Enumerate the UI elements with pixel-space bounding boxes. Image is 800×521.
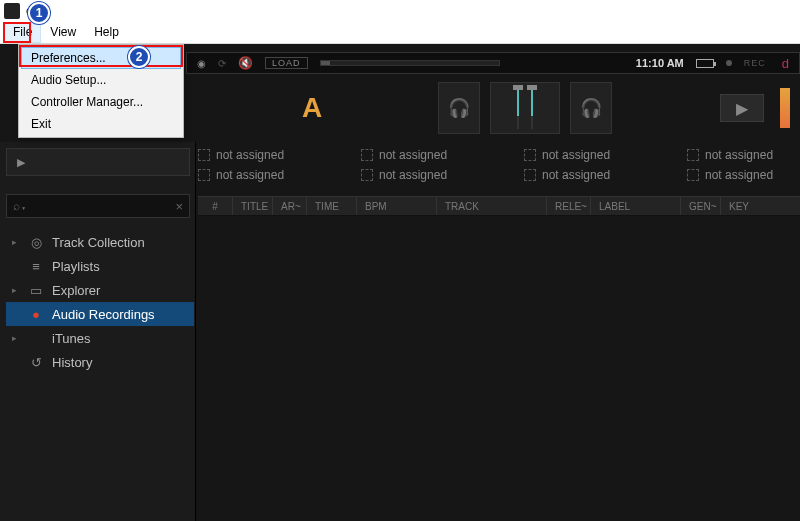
cue-a-headphones[interactable]: 🎧 <box>438 82 480 134</box>
tree-label: Track Collection <box>52 235 145 250</box>
browser-table-header: # TITLE AR~ TIME BPM TRACK RELE~ LABEL G… <box>198 196 800 216</box>
slot-label: not assigned <box>216 168 284 182</box>
explorer-icon: ▭ <box>28 283 44 298</box>
slot-label: not assigned <box>216 148 284 162</box>
sync-icon[interactable]: ⟳ <box>218 58 226 69</box>
headphones-icon: 🎧 <box>448 97 470 119</box>
col-key[interactable]: KEY <box>721 197 755 215</box>
tree-label: iTunes <box>52 331 91 346</box>
col-time[interactable]: TIME <box>307 197 357 215</box>
slot-label: not assigned <box>379 168 447 182</box>
browser-tree: ▸◎Track Collection ≡Playlists ▸▭Explorer… <box>6 230 194 374</box>
search-icon: ⌕ <box>13 199 20 213</box>
tree-audio-recordings[interactable]: ●Audio Recordings <box>6 302 194 326</box>
slot-a1[interactable]: not assigned <box>198 148 301 162</box>
menu-item-preferences[interactable]: Preferences... <box>21 47 181 69</box>
titlebar: or <box>0 0 800 22</box>
deck-mixer-row: A 🎧 🎧 ▶ <box>186 78 800 138</box>
app-icon <box>4 3 20 19</box>
globe-icon[interactable]: ◉ <box>197 58 206 69</box>
headphones-icon: 🎧 <box>580 97 602 119</box>
deck-d-indicator: d <box>782 56 789 71</box>
col-num[interactable]: # <box>198 197 233 215</box>
menu-item-controller-manager[interactable]: Controller Manager... <box>21 91 181 113</box>
cue-b-headphones[interactable]: 🎧 <box>570 82 612 134</box>
preview-play-button[interactable]: ▶ <box>6 148 190 176</box>
search-box[interactable]: ⌕▾ × <box>6 194 190 218</box>
slot-label: not assigned <box>379 148 447 162</box>
col-track[interactable]: TRACK <box>437 197 547 215</box>
speaker-mute-icon[interactable]: 🔇 <box>238 56 253 70</box>
play-button[interactable]: ▶ <box>720 94 764 122</box>
clock: 11:10 AM <box>636 57 684 69</box>
slot-box-icon <box>687 169 699 181</box>
slot-a3[interactable]: not assigned <box>524 148 627 162</box>
history-icon: ↺ <box>28 355 44 370</box>
tree-explorer[interactable]: ▸▭Explorer <box>6 278 194 302</box>
slot-box-icon <box>361 169 373 181</box>
slot-box-icon <box>687 149 699 161</box>
battery-icon <box>696 59 714 68</box>
tree-label: Playlists <box>52 259 100 274</box>
collection-icon: ◎ <box>28 235 44 250</box>
slot-b1[interactable]: not assigned <box>198 168 301 182</box>
slot-label: not assigned <box>705 168 773 182</box>
tree-playlists[interactable]: ≡Playlists <box>6 254 194 278</box>
annotation-badge-1: 1 <box>28 2 50 24</box>
expand-arrow-icon[interactable]: ▸ <box>12 285 20 295</box>
record-icon: ● <box>28 307 44 322</box>
slot-label: not assigned <box>542 168 610 182</box>
deck-a-label: A <box>196 80 428 136</box>
menu-view[interactable]: View <box>41 22 85 43</box>
playlist-icon: ≡ <box>28 259 44 274</box>
slot-label: not assigned <box>542 148 610 162</box>
fader-a[interactable] <box>517 87 519 129</box>
rec-dot-icon <box>726 60 732 66</box>
chevron-down-icon: ▾ <box>20 199 27 213</box>
col-title[interactable]: TITLE <box>233 197 273 215</box>
slot-b2[interactable]: not assigned <box>361 168 464 182</box>
tree-history[interactable]: ↺History <box>6 350 194 374</box>
tree-track-collection[interactable]: ▸◎Track Collection <box>6 230 194 254</box>
col-genre[interactable]: GEN~ <box>681 197 721 215</box>
load-indicator: LOAD <box>265 57 308 69</box>
play-icon: ▶ <box>17 156 25 169</box>
menu-item-audio-setup[interactable]: Audio Setup... <box>21 69 181 91</box>
col-label[interactable]: LABEL <box>591 197 681 215</box>
slot-b4[interactable]: not assigned <box>687 168 790 182</box>
tree-label: Audio Recordings <box>52 307 155 322</box>
tree-label: Explorer <box>52 283 100 298</box>
file-dropdown: Preferences... Audio Setup... Controller… <box>18 44 184 138</box>
expand-arrow-icon[interactable]: ▸ <box>12 237 20 247</box>
slot-box-icon <box>524 149 536 161</box>
slot-a4[interactable]: not assigned <box>687 148 790 162</box>
slot-a2[interactable]: not assigned <box>361 148 464 162</box>
menubar: File View Help <box>0 22 800 44</box>
slot-box-icon <box>198 169 210 181</box>
tree-itunes[interactable]: ▸iTunes <box>6 326 194 350</box>
remix-slots: not assigned not assigned not assigned n… <box>198 148 790 188</box>
annotation-badge-2: 2 <box>128 46 150 68</box>
clear-search-icon[interactable]: × <box>175 199 183 214</box>
menu-help[interactable]: Help <box>85 22 128 43</box>
slot-box-icon <box>361 149 373 161</box>
col-artist[interactable]: AR~ <box>273 197 307 215</box>
slot-box-icon <box>524 169 536 181</box>
rec-label[interactable]: REC <box>744 58 766 68</box>
menu-file[interactable]: File <box>4 22 41 43</box>
cpu-load-bar <box>320 60 500 66</box>
col-bpm[interactable]: BPM <box>357 197 437 215</box>
menu-item-exit[interactable]: Exit <box>21 113 181 135</box>
slot-label: not assigned <box>705 148 773 162</box>
header-strip: ◉ ⟳ 🔇 LOAD 11:10 AM REC d <box>186 52 800 74</box>
channel-faders[interactable] <box>490 82 560 134</box>
tree-label: History <box>52 355 92 370</box>
slot-b3[interactable]: not assigned <box>524 168 627 182</box>
fader-b[interactable] <box>531 87 533 129</box>
expand-arrow-icon[interactable]: ▸ <box>12 333 20 343</box>
slot-box-icon <box>198 149 210 161</box>
waveform-stub <box>780 88 790 128</box>
col-release[interactable]: RELE~ <box>547 197 591 215</box>
browser-sidebar: ▶ ⌕▾ × ▸◎Track Collection ≡Playlists ▸▭E… <box>6 148 194 374</box>
